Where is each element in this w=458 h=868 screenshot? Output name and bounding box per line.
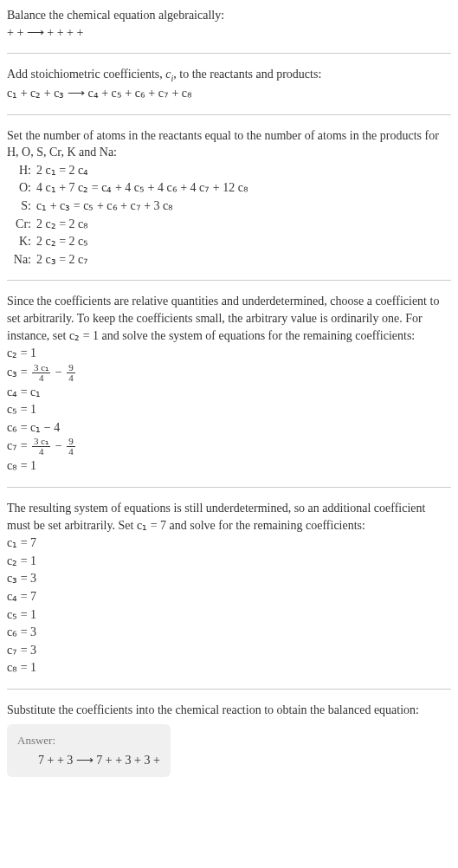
subst-text: Substitute the coefficients into the che… <box>7 702 451 719</box>
frac-num: 3 c₁ <box>32 363 50 373</box>
coef-c8: c₈ = 1 <box>7 457 451 475</box>
atom-eq-h: 2 c₁ = 2 c₄ <box>36 162 451 179</box>
under1-coefs: c₂ = 1 c₃ = 3 c₁4 − 94 c₄ = c₁ c₅ = 1 c₆… <box>7 345 451 475</box>
atom-label-cr: Cr: <box>7 216 36 233</box>
stoich-text-part1: Add stoichiometric coefficients, <box>7 68 165 81</box>
coef-line: c₈ = 1 <box>7 659 451 677</box>
divider <box>7 114 451 115</box>
intro-line2: + + ⟶ + + + + <box>7 24 451 42</box>
coef-line: c₄ = 7 <box>7 588 451 606</box>
coef-c3: c₃ = 3 c₁4 − 94 <box>7 363 451 383</box>
c3-mid: − <box>52 365 65 378</box>
under2-text: The resulting system of equations is sti… <box>7 500 451 534</box>
atom-label-s: S: <box>7 198 36 215</box>
atom-label-h: H: <box>7 162 36 179</box>
coef-c4: c₄ = c₁ <box>7 384 451 401</box>
c7-pre: c₇ = <box>7 439 30 452</box>
frac-den: 4 <box>32 373 50 383</box>
coef-line: c₁ = 7 <box>7 534 451 552</box>
coef-c5: c₅ = 1 <box>7 401 451 418</box>
atom-eq-s: c₁ + c₃ = c₅ + c₆ + c₇ + 3 c₈ <box>36 198 451 215</box>
atom-label-k: K: <box>7 233 36 250</box>
under1-text: Since the coefficients are relative quan… <box>7 293 451 344</box>
coef-c6: c₆ = c₁ − 4 <box>7 419 451 437</box>
divider <box>7 53 451 54</box>
coef-line: c₂ = 1 <box>7 553 451 570</box>
atom-eq-na: 2 c₃ = 2 c₇ <box>36 251 451 269</box>
frac-den: 4 <box>67 373 75 383</box>
stoich-eq: c₁ + c₂ + c₃ ⟶ c₄ + c₅ + c₆ + c₇ + c₈ <box>7 85 451 102</box>
c7-mid: − <box>52 439 65 452</box>
c3-pre: c₃ = <box>7 365 30 378</box>
frac-den: 4 <box>32 447 50 457</box>
answer-box: Answer: 7 + + 3 ⟶ 7 + + 3 + 3 + <box>7 724 171 778</box>
stoich-text: Add stoichiometric coefficients, ci, to … <box>7 66 451 85</box>
divider <box>7 280 451 281</box>
frac-num: 9 <box>67 363 75 373</box>
frac-9-4: 94 <box>67 363 75 383</box>
under2-coefs: c₁ = 7 c₂ = 1 c₃ = 3 c₄ = 7 c₅ = 1 c₆ = … <box>7 534 451 677</box>
divider <box>7 487 451 488</box>
atom-label-na: Na: <box>7 251 36 269</box>
stoich-text-part2: , to the reactants and products: <box>173 68 321 81</box>
coef-line: c₆ = 3 <box>7 624 451 641</box>
atom-eq-o: 4 c₁ + 7 c₂ = c₄ + 4 c₅ + 4 c₆ + 4 c₇ + … <box>36 179 451 197</box>
atom-eq-k: 2 c₂ = 2 c₅ <box>36 233 451 250</box>
frac-den: 4 <box>67 447 75 457</box>
coef-line: c₅ = 1 <box>7 606 451 624</box>
coef-c2: c₂ = 1 <box>7 345 451 362</box>
frac-3c1-4b: 3 c₁4 <box>32 437 50 457</box>
answer-eq: 7 + + 3 ⟶ 7 + + 3 + 3 + <box>17 752 160 769</box>
atom-label-o: O: <box>7 179 36 197</box>
frac-9-4b: 94 <box>67 437 75 457</box>
ci-symbol: ci <box>165 68 173 81</box>
intro-line1: Balance the chemical equation algebraica… <box>7 7 451 24</box>
answer-label: Answer: <box>17 733 160 748</box>
atom-eq-cr: 2 c₂ = 2 c₈ <box>36 216 451 233</box>
divider <box>7 689 451 690</box>
coef-line: c₇ = 3 <box>7 642 451 659</box>
coef-line: c₃ = 3 <box>7 570 451 587</box>
frac-3c1-4: 3 c₁4 <box>32 363 50 383</box>
atoms-text: Set the number of atoms in the reactants… <box>7 127 451 161</box>
coef-c7: c₇ = 3 c₁4 − 94 <box>7 437 451 457</box>
